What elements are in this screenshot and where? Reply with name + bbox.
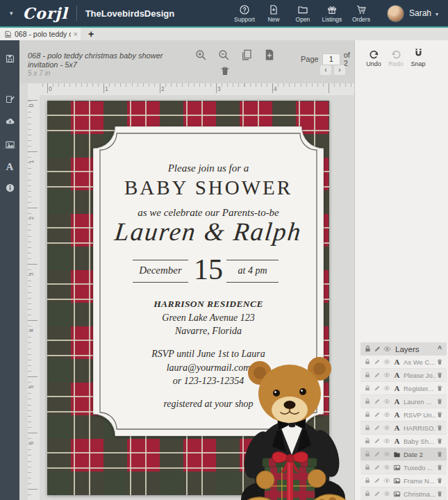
lock-icon[interactable] (364, 477, 371, 484)
download-button[interactable] (0, 112, 19, 129)
layer-row[interactable]: Frame N... (360, 474, 447, 488)
user-avatar[interactable] (387, 5, 404, 22)
active-document-tab[interactable]: 068 - polo teddy c... × (0, 28, 81, 40)
trash-icon[interactable] (436, 372, 443, 378)
eye-icon[interactable] (383, 451, 390, 458)
layer-row[interactable]: A RSVP Un... (360, 408, 447, 422)
duplicate-page-button[interactable] (240, 49, 253, 61)
address-line1-text-layer[interactable]: Green Lake Avenue 123 (93, 312, 324, 324)
user-name[interactable]: Sarah (409, 8, 431, 18)
lock-icon[interactable] (364, 424, 371, 431)
pencil-icon[interactable] (374, 372, 381, 378)
day-text-layer[interactable]: 15 (188, 253, 229, 286)
eye-icon[interactable] (383, 372, 390, 378)
time-text-layer[interactable]: at 4 pm (226, 265, 279, 276)
layers-panel-header[interactable]: Layers ^ (360, 342, 447, 356)
trash-icon[interactable] (436, 451, 443, 458)
eye-icon[interactable] (383, 385, 390, 392)
lock-icon[interactable] (364, 490, 371, 497)
add-image-button[interactable] (0, 136, 19, 153)
intro-text-layer[interactable]: Please join us for a (93, 162, 324, 174)
pencil-icon[interactable] (374, 438, 381, 444)
listings-button[interactable]: Listings (317, 4, 347, 23)
month-text-layer[interactable]: December (133, 265, 188, 276)
orders-button[interactable]: Orders (347, 4, 376, 23)
save-as-button[interactable] (0, 90, 19, 107)
pencil-icon[interactable] (374, 477, 381, 484)
layer-row[interactable]: A Register... (360, 382, 447, 395)
trash-icon[interactable] (436, 424, 443, 431)
christmas-plaid-background[interactable]: Please join us for a BABY SHOWER as we c… (47, 101, 329, 495)
trash-icon[interactable] (436, 464, 443, 471)
lock-icon[interactable] (364, 438, 371, 444)
lock-icon[interactable] (364, 464, 371, 471)
layer-row[interactable]: A Please Jo... (360, 369, 447, 382)
header-menu-caret-icon[interactable]: ▾ (10, 10, 13, 17)
redo-button[interactable]: Redo (384, 47, 408, 67)
layer-row[interactable]: A As We C... (360, 356, 447, 369)
zoom-in-button[interactable] (194, 49, 207, 61)
delete-page-button[interactable] (219, 65, 231, 76)
trash-icon[interactable] (436, 385, 443, 392)
layer-row[interactable]: A HARRISO... (360, 422, 447, 435)
trash-icon[interactable] (436, 490, 443, 497)
eye-icon[interactable] (383, 438, 390, 444)
layer-row[interactable]: Tuxedo ... (360, 461, 447, 474)
layer-row-selected[interactable]: Date 2 (360, 448, 447, 461)
layer-row[interactable]: Christma... (360, 488, 447, 500)
trash-icon[interactable] (436, 398, 443, 405)
baby-shower-text-layer[interactable]: BABY SHOWER (93, 176, 324, 199)
visibility-all-icon[interactable] (383, 345, 391, 353)
prev-page-button[interactable]: ‹ (320, 65, 331, 75)
open-button[interactable]: Open (288, 4, 317, 23)
eye-icon[interactable] (383, 464, 390, 471)
lock-icon[interactable] (364, 372, 371, 378)
trash-icon[interactable] (436, 438, 443, 444)
eye-icon[interactable] (383, 411, 390, 418)
pencil-icon[interactable] (374, 398, 381, 405)
add-page-button[interactable] (263, 49, 276, 61)
eye-icon[interactable] (383, 358, 390, 365)
lock-all-icon[interactable] (364, 345, 372, 353)
info-button[interactable] (0, 179, 19, 196)
eye-icon[interactable] (383, 477, 390, 484)
layer-row[interactable]: A Lauren ... (360, 395, 447, 408)
venue-text-layer[interactable]: HARRISON RESIDENCE (93, 299, 324, 310)
pencil-icon[interactable] (374, 385, 381, 392)
lock-icon[interactable] (364, 451, 371, 458)
pencil-icon[interactable] (374, 451, 381, 458)
eye-icon[interactable] (383, 490, 390, 497)
lock-icon[interactable] (364, 385, 371, 392)
undo-button[interactable]: Undo (362, 47, 385, 67)
pencil-icon[interactable] (374, 464, 381, 471)
new-button[interactable]: New (259, 4, 288, 23)
save-button[interactable] (0, 50, 19, 67)
trash-icon[interactable] (436, 477, 443, 484)
lock-icon[interactable] (364, 411, 371, 418)
eye-icon[interactable] (383, 424, 390, 431)
collapse-panel-icon[interactable]: ^ (438, 345, 442, 353)
trash-icon[interactable] (436, 358, 443, 365)
address-line2-text-layer[interactable]: Navarre, Florida (93, 326, 324, 337)
lock-icon[interactable] (364, 398, 371, 405)
pencil-icon[interactable] (374, 411, 381, 418)
layer-row[interactable]: A Baby Sh... (360, 435, 447, 448)
add-text-button[interactable]: A (0, 158, 19, 175)
names-text-layer[interactable]: Lauren & Ralph (92, 217, 326, 247)
zoom-out-button[interactable] (217, 49, 230, 61)
edit-all-icon[interactable] (374, 345, 381, 353)
page-number-input[interactable] (322, 53, 340, 65)
corjl-logo[interactable]: Corjl (23, 4, 68, 22)
eye-icon[interactable] (383, 398, 390, 405)
next-page-button[interactable]: › (334, 65, 345, 75)
tab-close-icon[interactable]: × (74, 30, 78, 38)
pencil-icon[interactable] (374, 358, 381, 365)
pencil-icon[interactable] (374, 490, 381, 497)
pencil-icon[interactable] (374, 424, 381, 431)
support-button[interactable]: Support (230, 4, 259, 23)
new-tab-button[interactable]: + (85, 28, 97, 40)
trash-icon[interactable] (436, 411, 443, 418)
tuxedo-bear-image[interactable] (235, 349, 357, 500)
user-menu-caret-icon[interactable]: ▾ (435, 11, 438, 17)
snap-button[interactable]: Snap (406, 47, 430, 67)
